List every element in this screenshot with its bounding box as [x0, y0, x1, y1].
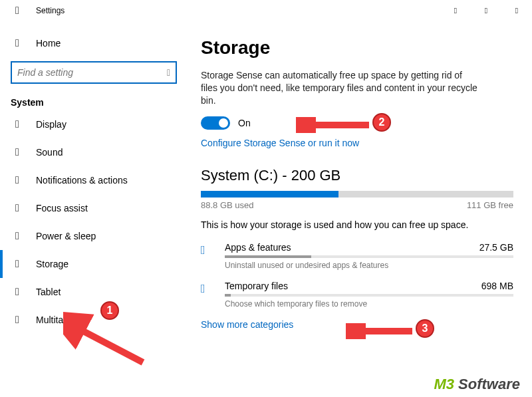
storage-icon:  [11, 258, 24, 270]
maximize-button[interactable]:  [471, 0, 501, 21]
search-icon:  [167, 67, 170, 78]
category-sub: Uninstall unused or undesired apps & fea… [225, 261, 513, 270]
sidebar-item-label: Notifications & actions [36, 175, 128, 186]
sidebar-item-multitasking[interactable]: Multitasking [0, 306, 186, 334]
storage-sense-toggle[interactable] [201, 116, 230, 130]
close-button[interactable]:  [501, 0, 532, 21]
toggle-state-label: On [238, 118, 251, 128]
sidebar-item-tablet[interactable]: Tablet [0, 278, 186, 306]
sound-icon:  [11, 146, 24, 158]
sidebar-item-notifications-actions[interactable]: Notifications & actions [0, 166, 186, 194]
multitask-icon:  [11, 314, 24, 326]
show-more-link[interactable]: Show more categories [201, 319, 513, 330]
drive-used-label: 88.8 GB used [201, 200, 254, 210]
drive-heading: System (C:) - 200 GB [201, 167, 513, 184]
power-icon:  [11, 230, 24, 242]
sidebar:  Home  System DisplaySoundNotificat… [0, 21, 186, 397]
sidebar-item-label: Storage [36, 259, 68, 269]
display-icon:  [11, 118, 24, 130]
sidebar-item-label: Focus assist [36, 203, 88, 213]
main-content: Storage Storage Sense can automatically … [186, 21, 532, 397]
search-box[interactable]:  [11, 61, 177, 84]
home-icon:  [11, 37, 24, 49]
category-size: 698 MB [481, 281, 513, 291]
sidebar-item-label: Multitasking [36, 315, 85, 325]
annotation-badge-2: 2 [372, 113, 391, 132]
home-nav[interactable]:  Home [0, 29, 186, 57]
back-button[interactable]:  [5, 5, 29, 17]
trash-icon:  [201, 282, 215, 296]
sidebar-item-label: Sound [36, 147, 63, 158]
page-heading: Storage [201, 37, 513, 59]
storage-category[interactable]: Apps & features27.5 GBUninstall unused … [201, 242, 513, 270]
annotation-badge-1: 1 [100, 301, 119, 320]
sidebar-item-label: Power & sleep [36, 231, 96, 241]
focus-icon:  [11, 202, 24, 214]
window-controls:    [440, 0, 532, 21]
tablet-icon:  [11, 286, 24, 298]
category-size: 27.5 GB [479, 242, 513, 253]
watermark: M3 Software [434, 376, 520, 393]
home-label: Home [36, 38, 61, 49]
category-sub: Choose which temporary files to remove [225, 299, 513, 309]
configure-link[interactable]: Configure Storage Sense or run it now [201, 138, 513, 148]
category-name: Temporary files [225, 281, 288, 291]
window-title: Settings [36, 6, 65, 15]
sidebar-item-sound[interactable]: Sound [0, 138, 186, 166]
notify-icon:  [11, 174, 24, 186]
annotation-badge-3: 3 [416, 319, 434, 338]
drive-free-label: 111 GB free [467, 200, 513, 210]
category-bar [225, 294, 513, 297]
sidebar-item-display[interactable]: Display [0, 110, 186, 138]
category-name: Apps & features [225, 242, 291, 253]
sidebar-item-focus-assist[interactable]: Focus assist [0, 194, 186, 222]
storage-category[interactable]: Temporary files698 MBChoose which tempo… [201, 281, 513, 309]
sidebar-item-storage[interactable]: Storage [0, 250, 186, 278]
titlebar:  Settings    [0, 0, 532, 21]
minimize-button[interactable]:  [440, 0, 471, 21]
drive-usage-bar [201, 191, 513, 198]
search-input[interactable] [17, 67, 167, 78]
apps-icon:  [201, 243, 215, 257]
storage-sense-description: Storage Sense can automatically free up … [201, 69, 480, 107]
sidebar-item-power-sleep[interactable]: Power & sleep [0, 222, 186, 250]
sidebar-item-label: Display [36, 119, 66, 130]
nav-group-title: System [0, 90, 186, 110]
sidebar-item-label: Tablet [36, 287, 61, 297]
usage-how-text: This is how your storage is used and how… [201, 219, 513, 230]
drive-usage-used [201, 191, 338, 198]
category-bar [225, 255, 513, 258]
